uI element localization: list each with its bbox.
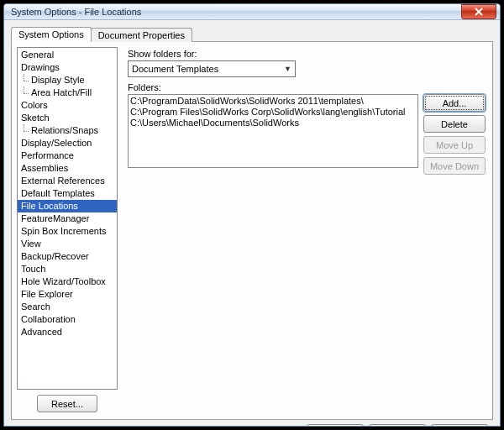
options-tree[interactable]: GeneralDrawingsDisplay StyleArea Hatch/F… xyxy=(17,47,118,390)
tree-item[interactable]: Touch xyxy=(18,263,117,275)
tab-panel: GeneralDrawingsDisplay StyleArea Hatch/F… xyxy=(11,41,493,420)
move-up-button: Move Up xyxy=(423,136,486,154)
window-title: System Options - File Locations xyxy=(11,7,461,17)
window: System Options - File Locations System O… xyxy=(3,3,501,427)
tree-item[interactable]: General xyxy=(18,49,117,61)
show-folders-label: Show folders for: xyxy=(128,49,486,59)
titlebar: System Options - File Locations xyxy=(4,4,500,20)
add-button[interactable]: Add... xyxy=(423,94,486,112)
folders-label: Folders: xyxy=(128,82,486,92)
tree-item[interactable]: View xyxy=(18,238,117,250)
help-button[interactable]: Help xyxy=(431,424,488,427)
client-area: System Options Document Properties Gener… xyxy=(4,20,500,427)
folder-path[interactable]: C:\Users\Michael\Documents\SolidWorks xyxy=(130,118,416,128)
tree-item[interactable]: FeatureManager xyxy=(18,212,117,225)
move-down-button: Move Down xyxy=(423,157,486,175)
tree-item[interactable]: Advanced xyxy=(18,326,117,338)
dialog-buttons: OK Cancel Help xyxy=(11,420,493,427)
tree-item[interactable]: Hole Wizard/Toolbox xyxy=(18,275,117,288)
tab-document-properties[interactable]: Document Properties xyxy=(91,28,192,42)
tree-item[interactable]: File Locations xyxy=(18,200,117,212)
folders-listbox[interactable]: C:\ProgramData\SolidWorks\SolidWorks 201… xyxy=(128,94,418,168)
tab-system-options[interactable]: System Options xyxy=(11,27,92,42)
tree-item[interactable]: Colors xyxy=(18,99,117,112)
right-pane: Show folders for: Document Templates ▼ F… xyxy=(126,47,486,412)
tree-item[interactable]: Display/Selection xyxy=(18,137,117,149)
tree-item[interactable]: Area Hatch/Fill xyxy=(18,87,117,99)
tree-item[interactable]: File Explorer xyxy=(18,288,117,301)
tree-item[interactable]: Backup/Recover xyxy=(18,250,117,263)
folder-type-dropdown[interactable]: Document Templates ▼ xyxy=(128,60,296,77)
close-icon xyxy=(475,8,483,16)
tree-item[interactable]: Collaboration xyxy=(18,313,117,326)
delete-button[interactable]: Delete xyxy=(423,115,486,133)
tree-column: GeneralDrawingsDisplay StyleArea Hatch/F… xyxy=(17,47,118,412)
chevron-down-icon: ▼ xyxy=(284,65,291,73)
tree-item[interactable]: Drawings xyxy=(18,61,117,74)
reset-button[interactable]: Reset... xyxy=(37,395,97,412)
close-button[interactable] xyxy=(461,4,496,19)
tree-item[interactable]: Default Templates xyxy=(18,187,117,200)
tabstrip: System Options Document Properties xyxy=(11,25,493,42)
tree-item[interactable]: Performance xyxy=(18,149,117,162)
tree-item[interactable]: Sketch xyxy=(18,112,117,124)
tree-item[interactable]: Display Style xyxy=(18,74,117,87)
tree-item[interactable]: Assemblies xyxy=(18,162,117,175)
tree-item[interactable]: Relations/Snaps xyxy=(18,124,117,137)
tree-item[interactable]: External References xyxy=(18,175,117,187)
ok-button[interactable]: OK xyxy=(307,424,364,427)
dropdown-value: Document Templates xyxy=(132,64,218,74)
folder-path[interactable]: C:\Program Files\SolidWorks Corp\SolidWo… xyxy=(130,107,416,118)
tree-item[interactable]: Search xyxy=(18,301,117,313)
folder-path[interactable]: C:\ProgramData\SolidWorks\SolidWorks 201… xyxy=(130,96,416,107)
cancel-button[interactable]: Cancel xyxy=(369,424,426,427)
folder-buttons: Add... Delete Move Up Move Down xyxy=(423,94,486,175)
folders-row: C:\ProgramData\SolidWorks\SolidWorks 201… xyxy=(128,94,486,175)
tree-item[interactable]: Spin Box Increments xyxy=(18,225,117,238)
